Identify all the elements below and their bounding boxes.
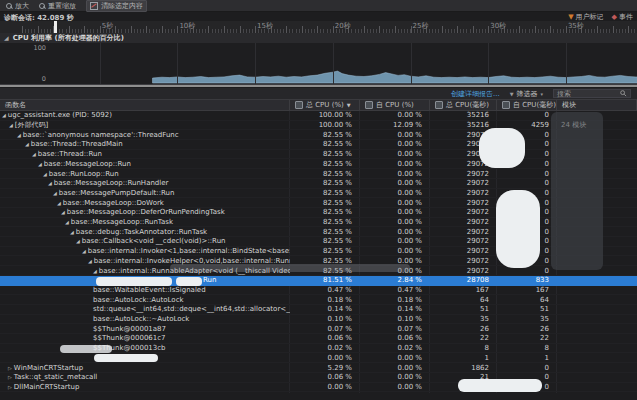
search-placeholder: 搜索 <box>557 89 571 99</box>
expand-open-icon[interactable]: ◢ <box>93 268 97 274</box>
expand-open-icon[interactable]: ◢ <box>9 122 13 128</box>
expand-open-icon[interactable]: ◢ <box>2 112 6 118</box>
expand-open-icon[interactable]: ◢ <box>82 248 86 254</box>
column-header-cpu-2[interactable]: 自 CPU (%) <box>360 100 430 110</box>
ruler-tick-label: 35秒 <box>568 21 584 31</box>
ruler-tick-label: 20秒 <box>335 21 351 31</box>
total-ms-value: 26 <box>430 325 497 333</box>
expand-open-icon[interactable]: ◢ <box>17 132 21 138</box>
function-name: base::Thread::Run <box>38 150 102 158</box>
self-ms-value: 0 <box>497 170 557 178</box>
table-row[interactable]: $$Thunk@00001a870.07 %0.07 %2626 <box>0 324 637 334</box>
redaction-blob <box>60 345 112 353</box>
total-ms-value: 29072 <box>430 218 497 226</box>
clear-selection-label: 清除选定内容 <box>101 1 143 11</box>
expand-open-icon[interactable]: ◢ <box>48 180 52 186</box>
table-row[interactable]: ◢base::Callback<void __cdecl(void)>::Run… <box>0 237 637 247</box>
table-row[interactable]: base::AutoLock::~AutoLock0.10 %0.10 %353… <box>0 315 637 325</box>
sort-descending-icon: ▼ <box>347 102 351 108</box>
table-row[interactable]: ◢base::MessageLoop::RunTask82.55 %0.00 %… <box>0 218 637 228</box>
graph-scroll-strip[interactable] <box>0 85 637 87</box>
self-pct-value: 0.00 % <box>360 170 430 178</box>
self-pct-value: 0.10 % <box>360 315 430 323</box>
function-name: base::AutoLock::AutoLock <box>93 296 184 304</box>
table-row[interactable]: ◢base::debug::TaskAnnotator::RunTask82.5… <box>0 227 637 237</box>
expand-open-icon[interactable]: ◢ <box>38 161 42 167</box>
self-pct-value: 0.00 % <box>360 199 430 207</box>
table-row[interactable]: ◢base::MessagePumpDefault::Run82.55 %0.0… <box>0 189 637 199</box>
zoom-in-button[interactable]: 放大 <box>6 1 29 11</box>
table-row[interactable]: ◢base::MessageLoop::Run82.55 %0.00 %2907… <box>0 160 637 170</box>
function-name: base::WaitableEvent::IsSignaled <box>93 286 206 294</box>
ruler-tick-label: 15秒 <box>257 21 273 31</box>
table-row[interactable]: $$Thunk@000061c70.06 %0.06 %2222 <box>0 334 637 344</box>
total-ms-value: 29072 <box>430 267 497 275</box>
self-pct-value: 0.00 % <box>360 150 430 158</box>
table-row[interactable]: std::queue<__int64,std::deque<__int64,st… <box>0 305 637 315</box>
expand-open-icon[interactable]: ◢ <box>70 229 74 235</box>
expand-closed-icon[interactable]: ▷ <box>8 384 12 390</box>
ruler-tick-label: 5秒 <box>102 21 113 31</box>
expand-closed-icon[interactable]: ▷ <box>8 374 12 380</box>
expand-open-icon[interactable]: ◢ <box>61 209 65 215</box>
total-pct-value: 82.55 % <box>290 179 360 187</box>
total-ms-value: 167 <box>430 286 497 294</box>
self-ms-value: 833 <box>497 276 557 284</box>
cpu-graph-panel-header[interactable]: ◢ CPU 利用率 (所有处理器的百分比) <box>0 33 637 43</box>
expand-closed-icon[interactable]: ▷ <box>8 365 12 371</box>
zoom-in-label: 放大 <box>15 1 29 11</box>
column-header-module[interactable]: 模块 <box>557 100 637 110</box>
expand-open-icon[interactable]: ◢ <box>43 171 47 177</box>
search-icon <box>620 90 627 97</box>
table-row[interactable]: ◢base::RunLoop::Run82.55 %0.00 %290720 <box>0 169 637 179</box>
table-row[interactable]: ◢base::MessageLoop::DoWork82.55 %0.00 %2… <box>0 198 637 208</box>
self-ms-value: 64 <box>497 296 557 304</box>
function-name: Task::qt_static_metacall <box>14 373 97 381</box>
expand-open-icon[interactable]: ◢ <box>53 190 57 196</box>
table-row[interactable]: base::WaitableEvent::IsSignaled0.47 %0.4… <box>0 286 637 296</box>
expand-open-icon[interactable]: ◢ <box>88 258 92 264</box>
table-row[interactable]: ◢base::Thread::Run82.55 %0.00 %290720 <box>0 150 637 160</box>
total-pct-value: 81.51 % <box>290 276 360 284</box>
expand-open-icon[interactable]: ◢ <box>32 151 36 157</box>
search-input[interactable]: 搜索 <box>553 89 631 98</box>
ruler-tick-label: 25秒 <box>413 21 429 31</box>
expand-open-icon[interactable]: ◢ <box>25 141 29 147</box>
function-name: $$Thunk@00001a87 <box>93 325 166 333</box>
total-cpu-icon <box>295 101 303 109</box>
self-ms-value: 0 <box>497 111 557 119</box>
table-row[interactable]: ◢base::MessageLoop::RunHandler82.55 %0.0… <box>0 179 637 189</box>
self-cpu-icon <box>365 101 373 109</box>
table-row[interactable]: ◢[外部代码]100.00 %12.09 %35216425924 模块 <box>0 121 637 131</box>
table-row[interactable]: ▷WinMainCRTStartup5.29 %0.00 %18620 <box>0 363 637 373</box>
self-pct-value: 0.00 % <box>360 228 430 236</box>
zoom-reset-button[interactable]: 重置缩放 <box>39 1 76 11</box>
function-name: WinMainCRTStartup <box>14 364 83 372</box>
self-cpu-ms-icon <box>502 101 510 109</box>
table-row[interactable]: ▷Task::qt_static_metacall0.06 %0.00 %210 <box>0 373 637 383</box>
create-detailed-report-link[interactable]: 创建详细报告... <box>451 89 500 99</box>
self-pct-value: 0.00 % <box>360 131 430 139</box>
expand-open-icon[interactable]: ◢ <box>65 219 69 225</box>
table-row[interactable]: ◢base::Thread::ThreadMain82.55 %0.00 %29… <box>0 140 637 150</box>
table-row[interactable]: ◢base::`anonymous namespace'::ThreadFunc… <box>0 130 637 140</box>
function-name: base::`anonymous namespace'::ThreadFunc <box>23 131 179 139</box>
total-pct-value: 0.00 % <box>290 354 360 362</box>
table-row[interactable]: base::AutoLock::AutoLock0.18 %0.18 %6464 <box>0 295 637 305</box>
table-row[interactable]: ◢base::internal::Invoker<1,base::interna… <box>0 247 637 257</box>
expand-open-icon[interactable]: ◢ <box>57 200 61 206</box>
column-header-cpu-1[interactable]: 总 CPU (%)▼ <box>290 100 360 110</box>
timeline-marker[interactable] <box>54 21 57 33</box>
expand-open-icon[interactable]: ◢ <box>76 238 80 244</box>
total-pct-value: 82.55 % <box>290 131 360 139</box>
self-pct-value: 0.14 % <box>360 305 430 313</box>
clear-selection-button[interactable]: 清除选定内容 <box>86 0 147 12</box>
self-ms-value: 167 <box>497 286 557 294</box>
column-header-cpu-3[interactable]: 总 CPU(毫秒) <box>430 100 497 110</box>
cpu-utilization-graph[interactable]: 100 0 <box>0 43 637 85</box>
filter-dropdown[interactable]: ▼ 筛选器 ▾ <box>510 89 543 99</box>
column-header-function-name[interactable]: 函数名 <box>0 100 290 110</box>
self-pct-value: 0.47 % <box>360 286 430 294</box>
table-row[interactable]: ◢base::MessageLoop::DeferOrRunPendingTas… <box>0 208 637 218</box>
column-header-cpu-4[interactable]: 自 CPU(毫秒) <box>497 100 557 110</box>
